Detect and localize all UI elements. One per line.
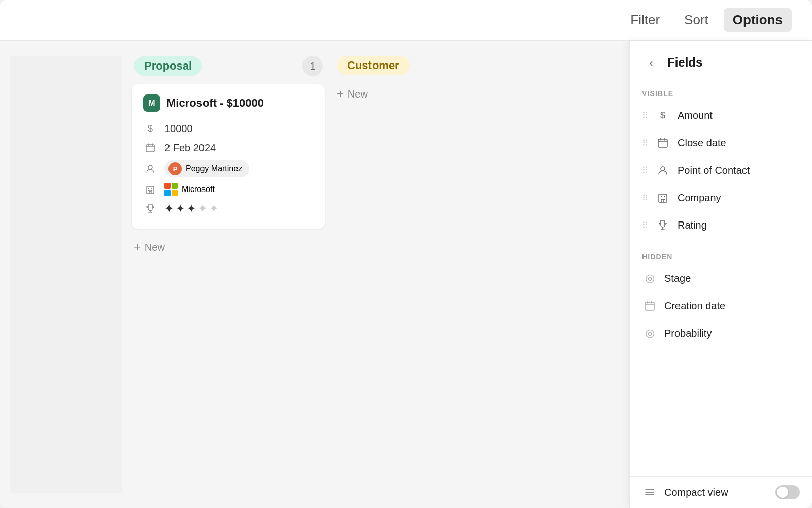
field-name-creation-date: Creation date	[664, 300, 800, 312]
toolbar: Filter Sort Options	[0, 0, 812, 41]
star-1: ✦	[164, 202, 174, 215]
trophy-field-icon	[655, 217, 670, 233]
contact-name: Peggy Martinez	[186, 164, 242, 173]
field-item-stage[interactable]: ◎ Stage	[630, 265, 812, 292]
field-item-rating[interactable]: ⠿ Rating	[630, 211, 812, 239]
person-icon	[143, 162, 157, 176]
person-field-icon	[655, 163, 670, 178]
field-name-rating: Rating	[678, 219, 800, 231]
options-button[interactable]: Options	[724, 8, 792, 32]
svg-rect-5	[148, 190, 149, 191]
fields-header: ‹ Fields	[630, 41, 812, 80]
amount-icon: $	[143, 121, 157, 136]
building-icon	[143, 182, 157, 197]
visible-section-label: VISIBLE	[630, 80, 812, 102]
proposal-add-new[interactable]: + New	[132, 237, 325, 258]
add-new-label: New	[145, 242, 165, 253]
svg-rect-7	[658, 139, 667, 147]
svg-rect-11	[664, 196, 665, 197]
proposal-col-header: Proposal 1	[132, 56, 325, 76]
field-item-close-date[interactable]: ⠿ Close date	[630, 129, 812, 156]
fields-title: Fields	[667, 55, 702, 70]
svg-rect-6	[151, 190, 152, 191]
customer-add-new[interactable]: + New	[335, 83, 528, 105]
svg-point-1	[148, 165, 152, 169]
deal-title: Microsoft - $10000	[166, 97, 264, 110]
field-name-amount: Amount	[678, 110, 800, 121]
deal-amount-value: 10000	[164, 123, 193, 135]
svg-rect-0	[146, 145, 154, 152]
creation-date-icon	[642, 298, 657, 313]
customer-col-header: Customer	[335, 56, 528, 75]
dollar-icon: $	[655, 108, 670, 123]
filter-button[interactable]: Filter	[621, 8, 669, 32]
stage-icon: ◎	[642, 271, 657, 286]
proposal-count: 1	[302, 56, 323, 76]
drag-handle-rating: ⠿	[642, 220, 648, 230]
kanban-column-proposal: Proposal 1 M Microsoft - $10000 $ 10000	[132, 56, 325, 493]
add-icon-customer: +	[337, 87, 344, 101]
drag-handle-company: ⠿	[642, 193, 648, 203]
company-badge: Microsoft	[164, 183, 215, 196]
deal-title-row: M Microsoft - $10000	[143, 94, 314, 112]
field-name-company: Company	[678, 192, 800, 204]
svg-rect-2	[147, 186, 154, 194]
field-item-probability[interactable]: ◎ Probability	[630, 320, 812, 347]
svg-rect-14	[645, 302, 654, 310]
deal-contact-field: P Peggy Martinez	[143, 157, 314, 180]
compact-view-icon	[642, 485, 657, 500]
hidden-section-label: HIDDEN	[630, 243, 812, 265]
main-area: Filter Sort Options Proposal 1 M Microso…	[0, 0, 812, 508]
field-item-company[interactable]: ⠿ Company	[630, 184, 812, 211]
rating-stars: ✦ ✦ ✦ ✦ ✦	[164, 202, 218, 215]
svg-point-8	[661, 167, 665, 171]
svg-rect-4	[151, 188, 152, 189]
deal-avatar-m: M	[143, 94, 160, 112]
star-5: ✦	[209, 202, 218, 215]
toggle-knob	[777, 487, 788, 498]
add-icon: +	[134, 241, 141, 254]
building-field-icon	[655, 190, 670, 205]
customer-badge: Customer	[337, 56, 410, 75]
field-name-stage: Stage	[664, 273, 800, 284]
probability-icon: ◎	[642, 326, 657, 341]
field-item-creation-date[interactable]: Creation date	[630, 292, 812, 320]
deal-rating-field: ✦ ✦ ✦ ✦ ✦	[143, 199, 314, 218]
contact-avatar: P	[168, 162, 182, 175]
field-name-probability: Probability	[664, 328, 800, 339]
sidebar	[10, 56, 122, 493]
star-3: ✦	[187, 202, 196, 215]
trophy-icon	[143, 202, 157, 216]
compact-view-label: Compact view	[664, 487, 768, 498]
fields-divider	[630, 241, 812, 241]
field-item-amount[interactable]: ⠿ $ Amount	[630, 102, 812, 129]
star-2: ✦	[176, 202, 185, 215]
drag-handle-poc: ⠿	[642, 166, 648, 175]
calendar-icon	[143, 141, 157, 155]
drag-handle-amount: ⠿	[642, 111, 648, 120]
svg-rect-10	[661, 196, 662, 197]
calendar-close-icon	[655, 135, 670, 150]
deal-date-field: 2 Feb 2024	[143, 138, 314, 157]
fields-panel: ‹ Fields VISIBLE ⠿ $ Amount ⠿ Close date…	[629, 41, 812, 508]
company-name: Microsoft	[182, 185, 215, 194]
customer-add-label: New	[348, 88, 368, 100]
deal-date-value: 2 Feb 2024	[164, 142, 216, 154]
svg-rect-13	[664, 199, 665, 200]
proposal-badge: Proposal	[134, 56, 202, 76]
field-name-close-date: Close date	[678, 137, 800, 149]
star-4: ✦	[198, 202, 207, 215]
microsoft-logo	[164, 183, 178, 196]
back-button[interactable]: ‹	[642, 53, 660, 72]
deal-card-microsoft[interactable]: M Microsoft - $10000 $ 10000 2 Feb 2024	[132, 84, 325, 229]
kanban-column-customer: Customer + New	[335, 56, 528, 493]
svg-rect-9	[659, 194, 667, 202]
deal-company-field: Microsoft	[143, 180, 314, 199]
compact-view-row: Compact view	[630, 476, 812, 508]
field-item-poc[interactable]: ⠿ Point of Contact	[630, 156, 812, 184]
deal-amount-field: $ 10000	[143, 119, 314, 138]
compact-view-toggle[interactable]	[775, 485, 800, 499]
sort-button[interactable]: Sort	[675, 8, 718, 32]
drag-handle-close-date: ⠿	[642, 138, 648, 148]
field-name-poc: Point of Contact	[678, 165, 800, 176]
